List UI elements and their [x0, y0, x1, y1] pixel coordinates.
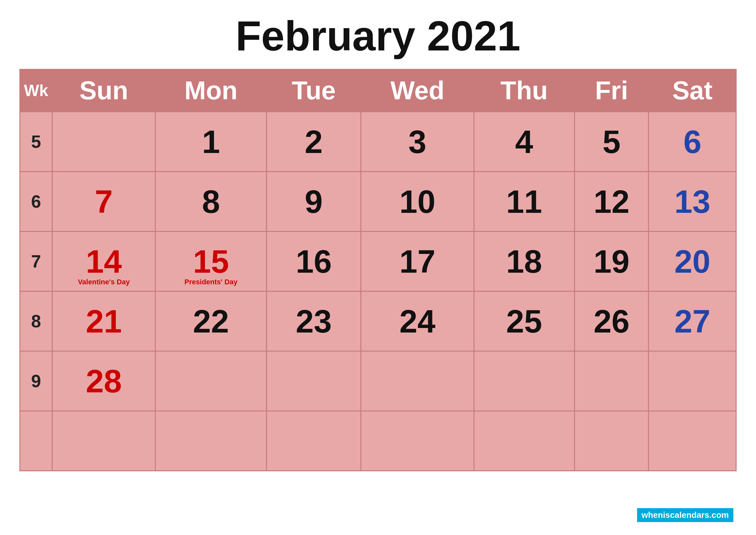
calendar-cell: 5: [574, 112, 649, 172]
calendar-table: Wk Sun Mon Tue Wed Thu Fri Sat 512345667…: [19, 69, 737, 471]
calendar-cell: 17: [361, 232, 474, 292]
table-row: 714Valentine's Day15Presidents' Day16171…: [20, 232, 736, 292]
calendar-cell: 2: [267, 112, 361, 172]
empty-cell: [155, 411, 267, 471]
calendar-cell: 23: [267, 292, 361, 351]
calendar-cell: 24: [361, 292, 474, 351]
empty-cell: [474, 411, 574, 471]
calendar-cell: 11: [474, 172, 574, 232]
calendar-cell: 28: [52, 351, 155, 411]
calendar-cell: 8: [155, 172, 267, 232]
calendar-cell: 1: [155, 112, 267, 172]
calendar-cell: 22: [155, 292, 267, 351]
calendar-cell: 16: [267, 232, 361, 292]
empty-cell: [361, 411, 474, 471]
calendar-cell: 13: [649, 172, 736, 232]
calendar-cell: [155, 351, 267, 411]
table-row: 821222324252627: [20, 292, 736, 351]
empty-cell: [52, 411, 155, 471]
calendar-cell: 12: [574, 172, 649, 232]
footer: wheniscalendars.com: [19, 508, 737, 522]
week-number: 9: [20, 351, 52, 411]
watermark: wheniscalendars.com: [637, 508, 733, 522]
col-header-tue: Tue: [267, 70, 361, 112]
calendar-cell: 4: [474, 112, 574, 172]
calendar-cell: 15Presidents' Day: [155, 232, 267, 292]
week-number: 8: [20, 292, 52, 351]
table-row: 928: [20, 351, 736, 411]
table-row: 5123456: [20, 112, 736, 172]
week-number: 7: [20, 232, 52, 292]
calendar-cell: 10: [361, 172, 474, 232]
calendar-cell: 19: [574, 232, 649, 292]
empty-row: [20, 411, 736, 471]
calendar-cell: [574, 351, 649, 411]
col-header-wed: Wed: [361, 70, 474, 112]
col-header-mon: Mon: [155, 70, 267, 112]
calendar-cell: [474, 351, 574, 411]
empty-cell: [649, 411, 736, 471]
page-title: February 2021: [236, 13, 521, 59]
col-header-sat: Sat: [649, 70, 736, 112]
header-row: Wk Sun Mon Tue Wed Thu Fri Sat: [20, 70, 736, 112]
col-header-fri: Fri: [574, 70, 649, 112]
calendar-cell: [649, 351, 736, 411]
empty-cell: [267, 411, 361, 471]
col-header-sun: Sun: [52, 70, 155, 112]
calendar-cell: 6: [649, 112, 736, 172]
week-number: 6: [20, 172, 52, 232]
col-header-wk: Wk: [20, 70, 52, 112]
calendar-cell: 3: [361, 112, 474, 172]
calendar: Wk Sun Mon Tue Wed Thu Fri Sat 512345667…: [19, 69, 737, 502]
calendar-cell: 9: [267, 172, 361, 232]
empty-cell: [574, 411, 649, 471]
empty-cell: [20, 411, 52, 471]
calendar-cell: 25: [474, 292, 574, 351]
calendar-cell: 20: [649, 232, 736, 292]
calendar-cell: 7: [52, 172, 155, 232]
calendar-cell: 14Valentine's Day: [52, 232, 155, 292]
calendar-cell: 18: [474, 232, 574, 292]
calendar-cell: 26: [574, 292, 649, 351]
table-row: 678910111213: [20, 172, 736, 232]
calendar-cell: [267, 351, 361, 411]
calendar-cell: [52, 112, 155, 172]
calendar-cell: [361, 351, 474, 411]
holiday-label: Valentine's Day: [53, 278, 155, 286]
col-header-thu: Thu: [474, 70, 574, 112]
week-number: 5: [20, 112, 52, 172]
calendar-cell: 27: [649, 292, 736, 351]
holiday-label: Presidents' Day: [156, 278, 266, 286]
calendar-cell: 21: [52, 292, 155, 351]
